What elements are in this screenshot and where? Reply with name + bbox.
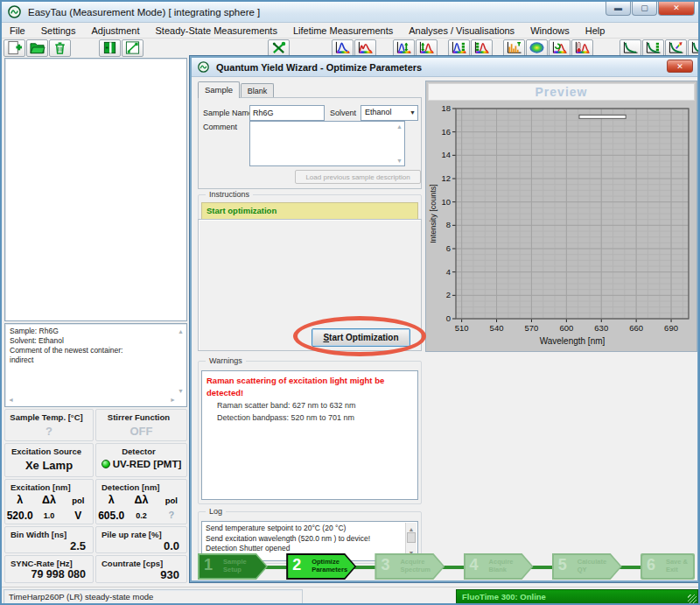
menu-lifetime-measurements[interactable]: Lifetime Measurements (285, 24, 401, 38)
svg-text:14: 14 (441, 150, 451, 159)
svg-text:16: 16 (441, 127, 451, 137)
scroll-down-icon[interactable]: ▼ (396, 158, 402, 164)
detection-lambda-value[interactable]: 605.0 (96, 510, 126, 523)
menu-windows[interactable]: Windows (522, 24, 578, 38)
load-previous-sample-button[interactable]: Load previous sample description (295, 170, 421, 184)
text-line: Detection Shutter opened (206, 544, 403, 554)
tab-sample[interactable]: Sample (198, 81, 240, 98)
decay-icon[interactable] (620, 39, 641, 57)
contour-plot-icon[interactable] (526, 39, 548, 57)
wizard-step-5[interactable]: 5CalculateQY (552, 553, 622, 580)
preview-panel: Preview 51054057060063066069002468101214… (425, 81, 697, 352)
maximize-button[interactable]: ▢ (632, 2, 657, 16)
open-file-icon[interactable] (26, 39, 48, 57)
dock-window-icon[interactable] (99, 39, 121, 57)
menu-settings[interactable]: Settings (33, 24, 84, 38)
menu-steady-state-measurements[interactable]: Steady-State Measurements (148, 24, 285, 38)
stirrer-value: OFF (96, 425, 186, 438)
decay-series-icon[interactable] (642, 39, 664, 57)
scroll-thumb[interactable] (407, 532, 416, 543)
wizard-icon (198, 61, 209, 73)
scroll-up-icon[interactable]: ▲ (178, 327, 184, 336)
new-measurement-icon[interactable] (4, 39, 25, 57)
excitation-lambda-value[interactable]: 520.0 (5, 510, 34, 523)
warnings-box: Raman scattering of excitation light mig… (201, 370, 418, 500)
text-line: Sample: Rh6G (10, 327, 172, 336)
emission-scan-icon[interactable] (416, 39, 438, 57)
resize-grip[interactable] (688, 594, 696, 603)
tab-blank[interactable]: Blank (241, 83, 274, 98)
svg-text:2: 2 (446, 290, 451, 299)
step-label: AcquireBlank (489, 559, 514, 573)
minimize-button[interactable]: ▬ (606, 2, 631, 16)
scroll-down-icon[interactable]: ▼ (178, 386, 184, 396)
solvent-select[interactable]: Ethanol ▼ (360, 105, 418, 121)
toolbar-group (448, 39, 494, 57)
sample-temp-value: ? (5, 425, 93, 438)
pileup-value: 0.0 (96, 539, 186, 552)
wizard-step-4[interactable]: 4AcquireBlank (464, 553, 534, 580)
menu-help[interactable]: Help (578, 24, 613, 38)
adjustment-cursor-icon[interactable] (122, 39, 144, 57)
excitation-lambda-header: λ (5, 494, 34, 508)
measurement-listbox[interactable] (4, 58, 187, 321)
kinetics-scan-icon[interactable] (549, 39, 570, 57)
wizard-close-button[interactable]: ✕ (667, 60, 693, 73)
bin-width-label: Bin Width [ns] (5, 527, 93, 539)
emission-series-icon[interactable] (471, 39, 493, 57)
sample-tab-page: Sample Name Solvent Ethanol ▼ Comment ▲ … (198, 97, 422, 189)
svg-text:6: 6 (446, 243, 451, 253)
excitation-series-icon[interactable] (448, 39, 470, 57)
toolbox-icon[interactable] (268, 39, 290, 57)
solvent-value: Ethanol (365, 108, 392, 116)
decay-fit-icon[interactable] (665, 39, 687, 57)
countrate-label: Countrate [cps] (96, 556, 186, 568)
delete-icon[interactable] (49, 39, 71, 57)
preview-title: Preview (428, 83, 695, 101)
scroll-right-icon[interactable]: ► (170, 395, 176, 405)
excitation-pol-value[interactable]: V (64, 510, 93, 523)
wizard-step-6[interactable]: 6Save &Exit (640, 553, 695, 580)
text-line: Comment of the newest container: (10, 346, 172, 355)
comment-textarea[interactable]: ▲ ▼ (249, 121, 405, 166)
scroll-up-icon[interactable]: ▲ (396, 123, 402, 130)
emission-spectrum-icon[interactable] (354, 39, 376, 57)
wizard-step-2[interactable]: 2OptimizeParameters (286, 553, 356, 580)
warnings-group-label: Warnings (206, 356, 246, 365)
excitation-label: Excitation [nm] (5, 480, 93, 492)
svg-text:660: 660 (629, 323, 643, 333)
temperature-scan-icon[interactable] (571, 39, 593, 57)
wizard-step-1[interactable]: 1SampleSetup (198, 553, 268, 580)
quantum-yield-wizard-window: Quantum Yield Wizard - Optimize Paramete… (190, 56, 699, 582)
excitation-scan-icon[interactable] (393, 39, 415, 57)
sample-name-label: Sample Name (203, 109, 253, 117)
log-group-label: Log (206, 507, 226, 516)
wizard-step-3[interactable]: 3AcquireSpectrum (374, 553, 444, 580)
text-line: Detection bandpass: 520 nm to 701 nm (206, 412, 413, 424)
sync-rate-value: 79 998 080 (5, 568, 93, 580)
wizard-title: Quantum Yield Wizard - Optimize Paramete… (216, 62, 422, 73)
step-number: 1 (204, 556, 213, 574)
step-label: OptimizeParameters (312, 559, 347, 573)
chevron-down-icon: ▼ (410, 109, 416, 116)
svg-text:10: 10 (441, 197, 451, 207)
close-button[interactable]: ✕ (658, 2, 695, 16)
sample-info-lines: Sample: Rh6GSolvent: EthanolComment of t… (10, 327, 172, 365)
sync-rate-label: SYNC-Rate [Hz] (5, 556, 93, 568)
excitation-spectrum-icon[interactable] (332, 39, 354, 57)
excitation-dlambda-value[interactable]: 1.0 (34, 510, 63, 523)
detection-pol-value[interactable]: ? (157, 510, 186, 523)
svg-text:0: 0 (446, 313, 451, 323)
menu-analyses-visualisations[interactable]: Analyses / Visualisations (401, 24, 522, 38)
time-trace-icon[interactable] (503, 39, 525, 57)
detection-dlambda-value[interactable]: 0.2 (126, 510, 156, 523)
excitation-source-value: Xe Lamp (5, 459, 93, 472)
scroll-left-icon[interactable]: ◄ (8, 395, 14, 405)
sample-info-box[interactable]: Sample: Rh6GSolvent: EthanolComment of t… (4, 323, 187, 407)
sample-name-input[interactable] (249, 105, 325, 121)
step-number: 5 (558, 556, 567, 574)
start-optimization-button[interactable]: Start Optimization (312, 328, 410, 347)
decay-bars-icon[interactable] (688, 39, 700, 57)
menu-adjustment[interactable]: Adjustment (83, 24, 147, 38)
menu-file[interactable]: File (2, 24, 33, 38)
